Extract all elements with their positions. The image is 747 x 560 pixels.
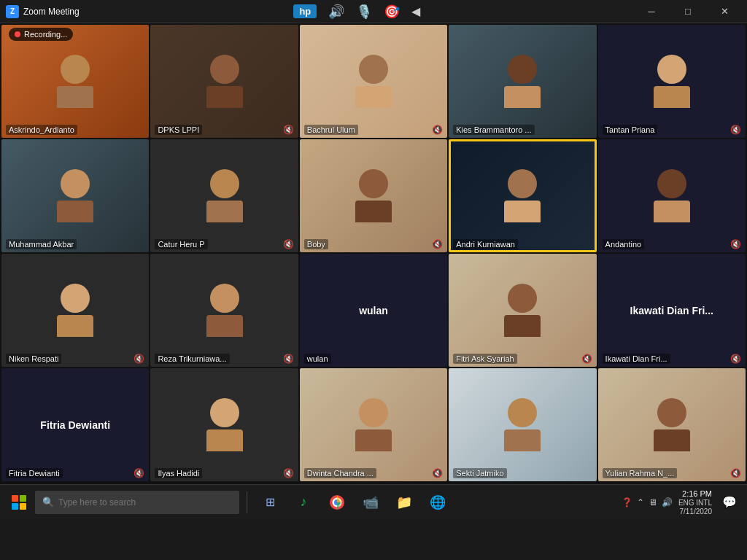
video-cell[interactable]: Kies Brammantoro ... [449,25,596,138]
video-cell[interactable]: Ikawati Dian Fri...Ikawati Dian Fri...🔇 [598,254,746,367]
participant-name-label: DPKS LPPI [155,125,202,135]
window-controls: ─ □ ✕ [635,0,741,23]
participant-name-label: Boby [304,239,328,249]
video-cell[interactable]: Fitri Ask Syariah🔇 [449,254,596,367]
search-bar[interactable]: 🔍 [35,491,239,514]
mute-icon: 🔇 [730,354,741,364]
video-cell[interactable]: Ilyas Hadidi🔇 [150,368,298,481]
close-button[interactable]: ✕ [708,0,741,23]
mute-icon: 🔇 [730,239,741,249]
mute-icon: 🔇 [730,468,741,478]
question-icon[interactable]: ❓ [622,497,632,508]
participant-name-label: Ilyas Hadidi [155,468,202,478]
video-cell[interactable]: Muhammad Akbar [1,139,149,252]
back-icon[interactable]: ◀ [411,4,420,18]
chrome-icon [329,494,345,510]
video-cell[interactable]: Catur Heru P🔇 [150,139,298,252]
window-title: Zoom Meeting [23,7,80,17]
arrow-up-icon[interactable]: ⌃ [637,497,644,508]
language-display: ENG INTL [678,499,712,507]
taskbar-divider [247,491,247,513]
search-input[interactable] [58,497,232,508]
zoom-icon: 📹 [363,494,379,510]
hp-logo: hp [293,4,317,18]
mute-icon: 🔇 [283,125,294,135]
participant-name-label: Fitria Dewianti [6,468,63,478]
video-area: Askrindo_ArdiantoDPKS LPPI🔇Bachrul Ulum🔇… [0,23,747,484]
mute-icon: 🔇 [432,125,443,135]
video-cell[interactable]: Boby🔇 [300,139,447,252]
app5-icon: 🌐 [430,494,446,510]
video-cell[interactable]: Andri Kurniawan [449,139,596,252]
participant-name-label: Niken Respati [6,354,61,364]
minimize-button[interactable]: ─ [635,0,668,23]
participant-name-label: Bachrul Ulum [304,125,358,135]
participant-name-label: Kies Brammantoro ... [453,125,534,135]
taskbar-chrome[interactable] [322,487,352,518]
taskbar-task-view[interactable]: ⊞ [255,487,285,518]
search-icon: 🔍 [42,497,54,508]
participant-name-label: Fitri Ask Syariah [453,354,516,364]
recording-dot [15,31,20,37]
participant-name-label: Andantino [603,239,645,249]
spotify-icon: ♪ [301,494,307,510]
mute-icon: 🔇 [283,468,294,478]
maximize-button[interactable]: □ [671,0,705,23]
date-display: 7/11/2020 [680,508,713,516]
target-icon[interactable]: 🎯 [384,4,400,20]
participant-name-display: Fitria Dewianti [34,413,116,437]
task-view-icon: ⊞ [266,495,275,509]
explorer-icon: 📁 [396,494,412,510]
participant-name-label: Tantan Priana [603,125,658,135]
video-cell[interactable]: Askrindo_Ardianto [1,25,149,138]
title-bar: Z Zoom Meeting hp 🔊 🎙️ 🎯 ◀ ─ □ ✕ [0,0,747,23]
participant-name-label: Reza Trikurniawa... [155,354,229,364]
video-cell[interactable]: Tantan Priana🔇 [598,25,746,138]
title-bar-left: Z Zoom Meeting [6,5,80,18]
mute-icon: 🔇 [432,239,443,249]
taskbar-spotify[interactable]: ♪ [288,487,319,518]
video-cell[interactable]: wulanwulan [300,254,447,367]
recording-badge: Recording... [9,28,73,41]
participant-name-label: Andri Kurniawan [453,239,518,249]
mute-icon: 🔇 [133,354,144,364]
mute-icon: 🔇 [432,468,443,478]
system-tray: ❓ ⌃ 🖥 🔊 [622,497,673,508]
participant-name-label: Catur Heru P [155,239,207,249]
video-cell[interactable]: DPKS LPPI🔇 [150,25,298,138]
taskbar-explorer[interactable]: 📁 [389,487,419,518]
participant-name-label: Ikawati Dian Fri... [603,354,670,364]
mute-icon: 🔇 [283,239,294,249]
mute-icon: 🔇 [133,468,144,478]
participant-name-display: Ikawati Dian Fri... [624,299,719,322]
network-icon: 🖥 [649,497,657,508]
video-cell[interactable]: Andantino🔇 [598,139,746,252]
video-cell[interactable]: Yulian Rahma N_...🔇 [598,368,746,481]
participant-name-label: Sekti Jatmiko [453,468,506,478]
volume-icon: 🔊 [662,497,673,508]
mute-icon: 🔇 [581,354,592,364]
audio-icon[interactable]: 🔊 [328,4,344,20]
clock-region[interactable]: 2:16 PM ENG INTL 7/11/2020 [678,489,712,516]
mute-icon: 🔇 [283,354,294,364]
start-button[interactable] [6,489,32,516]
participant-name-label: wulan [304,354,331,364]
app-icon: Z [6,5,19,18]
taskbar: 🔍 ⊞ ♪ 📹 📁 🌐 ❓ ⌃ 🖥 🔊 2:16 P [0,484,747,519]
video-cell[interactable]: Niken Respati🔇 [1,254,149,367]
video-grid: Askrindo_ArdiantoDPKS LPPI🔇Bachrul Ulum🔇… [0,23,747,484]
notification-button[interactable]: 💬 [718,491,741,514]
windows-icon [12,495,26,510]
recording-text: Recording... [24,30,67,39]
video-cell[interactable]: Dwinta Chandra ...🔇 [300,368,447,481]
taskbar-app5[interactable]: 🌐 [422,487,453,518]
taskbar-right: ❓ ⌃ 🖥 🔊 2:16 PM ENG INTL 7/11/2020 💬 [622,489,741,516]
mic-icon[interactable]: 🎙️ [356,4,372,20]
taskbar-zoom[interactable]: 📹 [355,487,386,518]
video-cell[interactable]: Sekti Jatmiko [449,368,596,481]
video-cell[interactable]: Bachrul Ulum🔇 [300,25,447,138]
video-cell[interactable]: Fitria DewiantiFitria Dewianti🔇 [1,368,149,481]
participant-name-label: Yulian Rahma N_... [603,468,678,478]
participant-name-label: Dwinta Chandra ... [304,468,376,478]
video-cell[interactable]: Reza Trikurniawa...🔇 [150,254,298,367]
